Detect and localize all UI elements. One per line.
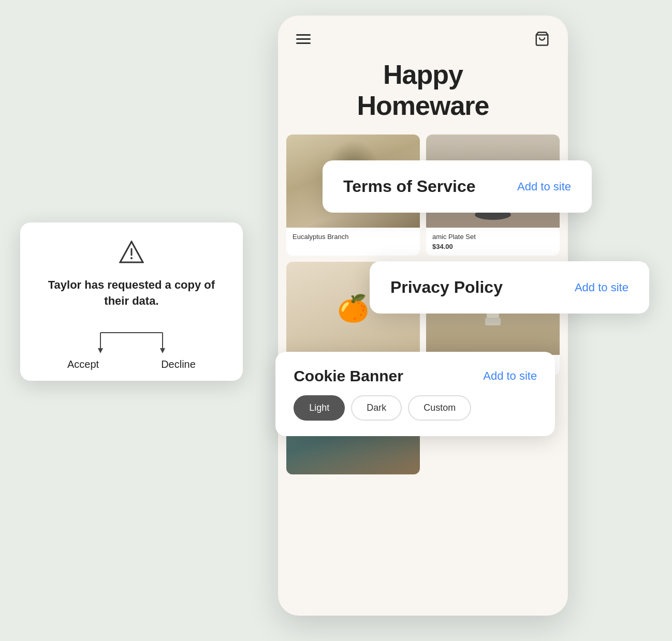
decline-label: Decline	[161, 359, 196, 370]
privacy-title: Privacy Policy	[390, 278, 503, 297]
cookie-header: Cookie Banner Add to site	[294, 367, 537, 385]
main-container: HappyHomeware Eucalyptus Branch	[0, 0, 672, 641]
warning-icon	[41, 241, 222, 268]
data-request-card: Taylor has requested a copy of their dat…	[20, 222, 243, 381]
svg-marker-15	[98, 348, 103, 353]
cart-icon[interactable]	[534, 31, 550, 47]
theme-custom-button[interactable]: Custom	[408, 395, 471, 421]
privacy-add-to-site-button[interactable]: Add to site	[575, 281, 629, 294]
cookie-banner-card: Cookie Banner Add to site Light Dark Cus…	[275, 352, 555, 436]
phone-header	[278, 16, 568, 54]
terms-of-service-card: Terms of Service Add to site	[323, 160, 592, 213]
privacy-policy-card: Privacy Policy Add to site	[370, 261, 649, 314]
cookie-add-to-site-button[interactable]: Add to site	[483, 369, 537, 383]
cookie-title: Cookie Banner	[294, 367, 403, 385]
svg-point-11	[130, 257, 133, 259]
terms-title: Terms of Service	[343, 177, 476, 196]
accept-label: Accept	[67, 359, 99, 370]
svg-rect-7	[485, 318, 501, 325]
theme-dark-button[interactable]: Dark	[351, 395, 402, 421]
terms-add-to-site-button[interactable]: Add to site	[517, 180, 571, 193]
svg-marker-16	[160, 348, 165, 353]
phone-title: HappyHomeware	[278, 54, 568, 135]
hamburger-icon[interactable]	[296, 34, 311, 44]
cookie-theme-buttons: Light Dark Custom	[294, 395, 537, 421]
data-request-message: Taylor has requested a copy of their dat…	[41, 277, 222, 309]
theme-light-button[interactable]: Light	[294, 395, 345, 421]
phone-mockup: HappyHomeware Eucalyptus Branch	[278, 16, 568, 616]
